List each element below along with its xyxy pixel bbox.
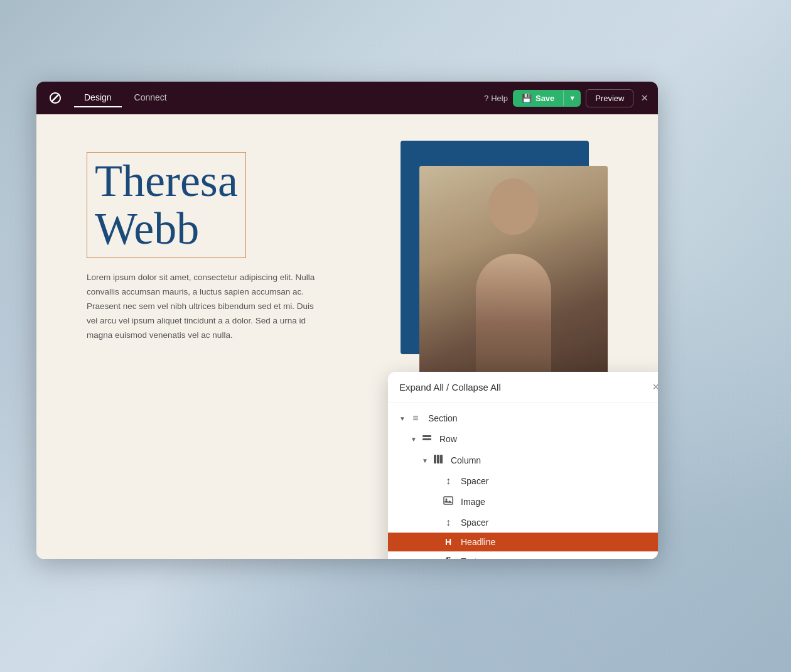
headline-icon: H (442, 537, 455, 547)
close-button[interactable]: × (641, 92, 648, 105)
svg-rect-5 (444, 497, 453, 504)
hero-name-line1: Theresa (95, 158, 238, 205)
spacer-icon: ↕ (442, 517, 455, 528)
row-label: Row (439, 434, 457, 444)
layer-item-row[interactable]: ▼ Row (388, 428, 658, 450)
text-label: Text (461, 556, 477, 559)
spacer2-label: Spacer (461, 518, 488, 528)
svg-rect-1 (422, 438, 431, 440)
save-label: Save (535, 94, 554, 103)
layer-item-section[interactable]: ▼ ≡ Section (388, 408, 658, 428)
section-icon: ≡ (409, 413, 422, 424)
chevron-icon: ▼ (411, 436, 417, 443)
layer-item-text[interactable]: ▶ ¶ Text (388, 551, 658, 559)
column-icon (432, 454, 444, 467)
layers-panel-title: Expand All / Collapse All (399, 382, 501, 393)
save-button-group: 💾 Save ▼ (513, 90, 581, 107)
layers-body: ▼ ≡ Section ▼ Row (388, 403, 658, 559)
tab-connect[interactable]: Connect (124, 89, 177, 107)
image-icon (442, 496, 455, 508)
layers-panel: Expand All / Collapse All × ▼ ≡ Section … (388, 372, 658, 559)
text-icon: ¶ (442, 556, 455, 559)
layer-item-column[interactable]: ▼ Column (388, 450, 658, 471)
spacer-icon: ↕ (442, 475, 455, 487)
hero-name: Theresa Webb (87, 152, 246, 258)
canvas-area: Theresa Webb Lorem ipsum dolor sit amet,… (36, 114, 658, 559)
row-icon (421, 433, 433, 445)
svg-rect-0 (422, 435, 431, 437)
layer-item-spacer2[interactable]: ▶ ↕ Spacer (388, 512, 658, 533)
layer-item-image[interactable]: ▶ Image (388, 491, 658, 512)
layers-panel-header: Expand All / Collapse All × (388, 372, 658, 403)
chevron-icon: ▼ (422, 457, 428, 464)
help-button[interactable]: ? Help (484, 94, 508, 103)
topbar-right: ? Help 💾 Save ▼ Preview × (484, 89, 648, 107)
help-icon: ? (484, 94, 488, 103)
topbar: Design Connect ? Help 💾 Save ▼ Preview × (36, 82, 658, 114)
svg-rect-3 (437, 455, 439, 463)
layers-panel-close[interactable]: × (652, 381, 658, 394)
hero-description: Lorem ipsum dolor sit amet, consectetur … (87, 271, 325, 343)
spacer1-label: Spacer (461, 476, 488, 486)
tab-design[interactable]: Design (74, 89, 122, 107)
logo-icon[interactable] (46, 89, 64, 107)
page-content: Theresa Webb Lorem ipsum dolor sit amet,… (36, 114, 382, 381)
chevron-icon: ▼ (399, 415, 406, 422)
hero-name-line2: Webb (95, 205, 238, 253)
help-label: Help (491, 94, 508, 103)
svg-rect-2 (434, 455, 436, 463)
layer-item-headline[interactable]: ▶ H Headline (388, 533, 658, 551)
save-dropdown-arrow[interactable]: ▼ (563, 90, 581, 106)
save-icon: 💾 (522, 94, 532, 103)
headline-label: Headline (461, 537, 495, 547)
layer-item-spacer1[interactable]: ▶ ↕ Spacer (388, 471, 658, 491)
column-label: Column (451, 455, 481, 465)
svg-rect-4 (440, 455, 443, 463)
save-button[interactable]: 💾 Save (513, 90, 563, 107)
main-window: Design Connect ? Help 💾 Save ▼ Preview × (36, 82, 658, 559)
image-label: Image (461, 497, 485, 507)
section-label: Section (428, 413, 458, 423)
preview-button[interactable]: Preview (586, 89, 633, 107)
topbar-tabs: Design Connect (74, 89, 484, 107)
